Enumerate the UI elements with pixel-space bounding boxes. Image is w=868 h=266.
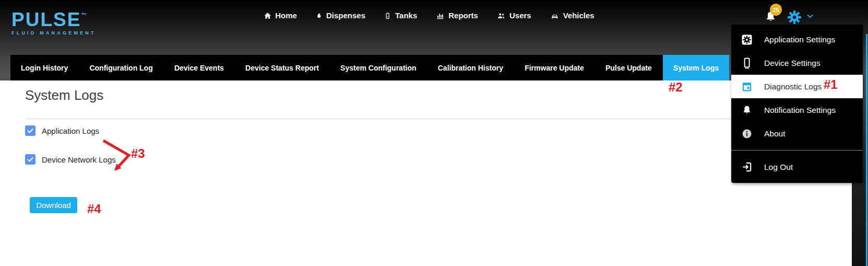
app-root: PULSE™ FLUID MANAGEMENT Home Dispenses T…	[0, 0, 868, 266]
app-settings-icon	[740, 33, 754, 46]
annotation-2: #2	[669, 80, 683, 95]
tab-calibration-history[interactable]: Calibration History	[427, 55, 514, 80]
menu-item-about[interactable]: About	[731, 122, 863, 145]
nav-item-reports[interactable]: Reports	[436, 11, 478, 20]
nav-item-vehicles[interactable]: Vehicles	[550, 11, 594, 20]
nav-label: Reports	[448, 11, 478, 20]
diagnostic-calendar-icon	[740, 81, 754, 92]
annotation-3-arrow	[99, 133, 157, 178]
logo-subtitle: FLUID MANAGEMENT	[11, 30, 96, 36]
nav-item-users[interactable]: Users	[497, 11, 531, 20]
tab-firmware-update[interactable]: Firmware Update	[514, 55, 594, 80]
nav-label: Vehicles	[563, 11, 594, 20]
menu-item-label: Device Settings	[764, 59, 821, 68]
menu-item-device-settings[interactable]: Device Settings	[731, 51, 863, 75]
nav-label: Home	[275, 11, 297, 20]
checkmark-icon	[26, 155, 34, 164]
car-icon	[550, 11, 560, 20]
tab-pulse-update[interactable]: Pulse Update	[595, 55, 662, 80]
menu-item-diagnostic-logs[interactable]: Diagnostic Logs	[731, 75, 863, 98]
annotation-1: #1	[824, 77, 838, 92]
system-tabs: Login History Configuration Log Device E…	[10, 55, 729, 80]
top-navigation: Home Dispenses Tanks Reports Users	[263, 11, 594, 20]
menu-item-application-settings[interactable]: Application Settings	[731, 28, 863, 51]
tank-icon	[384, 11, 391, 20]
menu-item-log-out[interactable]: Log Out	[731, 155, 863, 179]
log-out-icon	[740, 161, 754, 173]
tab-system-configuration[interactable]: System Configuration	[330, 55, 426, 80]
tab-login-history[interactable]: Login History	[10, 55, 78, 80]
nav-label: Tanks	[395, 11, 417, 20]
download-button[interactable]: Download	[30, 197, 77, 213]
tab-system-logs[interactable]: System Logs	[663, 55, 729, 80]
menu-item-label: Log Out	[764, 163, 793, 172]
page-title: System Logs	[25, 87, 103, 103]
device-settings-icon	[740, 57, 754, 70]
nav-item-tanks[interactable]: Tanks	[384, 11, 417, 20]
nav-item-home[interactable]: Home	[263, 11, 297, 20]
menu-item-notification-settings[interactable]: Notification Settings	[731, 98, 863, 122]
tab-configuration-log[interactable]: Configuration Log	[79, 55, 163, 80]
info-icon	[740, 128, 754, 140]
menu-item-label: Application Settings	[764, 35, 835, 44]
chevron-down-icon	[805, 13, 815, 20]
account-dropdown-toggle[interactable]	[805, 13, 815, 22]
application-logs-checkbox[interactable]	[25, 125, 35, 136]
menu-divider	[731, 150, 863, 151]
menu-item-label: Diagnostic Logs	[764, 82, 822, 91]
notification-count-badge: 25	[770, 4, 782, 16]
checkbox-row-application-logs[interactable]: Application Logs	[25, 125, 99, 136]
users-icon	[497, 11, 506, 20]
tab-device-events[interactable]: Device Events	[164, 55, 234, 80]
nav-label: Users	[509, 11, 531, 20]
bar-chart-icon	[436, 11, 445, 20]
home-icon	[263, 11, 271, 20]
device-network-logs-checkbox[interactable]	[25, 154, 35, 165]
tab-device-status-report[interactable]: Device Status Report	[235, 55, 329, 80]
nav-item-dispenses[interactable]: Dispenses	[316, 11, 365, 20]
trademark-symbol: ™	[81, 12, 86, 18]
logo-text: PULSE	[11, 9, 81, 30]
notification-bell-icon	[740, 105, 754, 116]
annotation-4: #4	[87, 202, 101, 216]
nav-label: Dispenses	[326, 11, 365, 20]
droplet-icon	[316, 11, 323, 20]
title-divider	[25, 119, 845, 119]
scrollbar-accent[interactable]	[866, 34, 867, 266]
pulse-logo: PULSE™ FLUID MANAGEMENT	[11, 5, 96, 36]
checkmark-icon	[26, 126, 34, 135]
menu-item-label: About	[764, 129, 786, 138]
checkbox-label: Application Logs	[42, 126, 99, 135]
logo-wordmark: PULSE™	[11, 5, 96, 30]
settings-dropdown-menu: Application Settings Device Settings	[731, 25, 863, 183]
menu-item-label: Notification Settings	[764, 106, 836, 115]
gear-icon	[787, 9, 802, 25]
